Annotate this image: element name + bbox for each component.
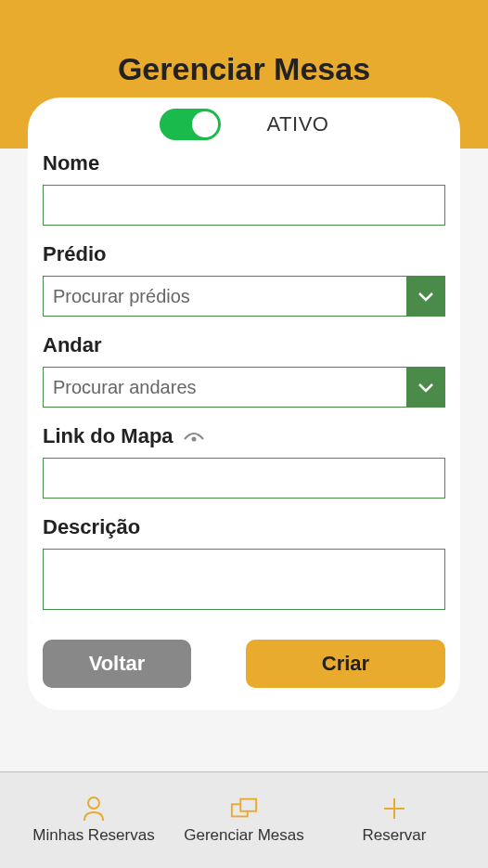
link-mapa-field: Link do Mapa	[43, 424, 445, 499]
back-button[interactable]: Voltar	[43, 640, 191, 688]
nome-label: Nome	[43, 151, 445, 175]
andar-dropdown-arrow[interactable]	[406, 367, 445, 408]
plus-icon	[380, 795, 408, 823]
predio-field: Prédio Procurar prédios	[43, 242, 445, 317]
predio-dropdown-arrow[interactable]	[406, 276, 445, 317]
andar-select[interactable]: Procurar andares	[43, 367, 445, 408]
page-title: Gerenciar Mesas	[0, 51, 488, 87]
eye-icon[interactable]	[183, 428, 205, 445]
button-row: Voltar Criar	[43, 640, 445, 688]
chevron-down-icon	[417, 381, 435, 394]
descricao-input[interactable]	[43, 549, 445, 610]
active-toggle[interactable]	[160, 109, 221, 140]
active-toggle-row: ATIVO	[43, 109, 445, 140]
predio-label: Prédio	[43, 242, 445, 266]
nav-reservar-label: Reservar	[363, 826, 427, 845]
svg-point-0	[191, 437, 196, 442]
person-icon	[80, 795, 108, 823]
predio-select[interactable]: Procurar prédios	[43, 276, 445, 317]
link-mapa-label: Link do Mapa	[43, 424, 445, 448]
form-card: ATIVO Nome Prédio Procurar prédios Andar…	[28, 97, 460, 710]
toggle-knob	[192, 111, 218, 137]
nav-gerenciar-label: Gerenciar Mesas	[184, 826, 303, 845]
nav-gerenciar-mesas[interactable]: Gerenciar Mesas	[169, 795, 319, 845]
descricao-label: Descrição	[43, 515, 445, 539]
nav-reservar[interactable]: Reservar	[319, 795, 469, 845]
svg-point-1	[88, 797, 99, 809]
create-button[interactable]: Criar	[246, 640, 445, 688]
andar-select-text: Procurar andares	[43, 367, 406, 408]
nome-field: Nome	[43, 151, 445, 226]
link-mapa-input[interactable]	[43, 458, 445, 499]
nome-input[interactable]	[43, 185, 445, 226]
link-mapa-label-text: Link do Mapa	[43, 424, 173, 448]
bottom-navigation: Minhas Reservas Gerenciar Mesas Reservar	[0, 771, 488, 868]
andar-label: Andar	[43, 333, 445, 357]
andar-field: Andar Procurar andares	[43, 333, 445, 408]
predio-select-text: Procurar prédios	[43, 276, 406, 317]
nav-minhas-reservas[interactable]: Minhas Reservas	[19, 795, 169, 845]
descricao-field: Descrição	[43, 515, 445, 614]
nav-reservas-label: Minhas Reservas	[32, 826, 154, 845]
desks-icon	[230, 795, 258, 823]
active-toggle-label: ATIVO	[267, 112, 329, 136]
chevron-down-icon	[417, 290, 435, 303]
svg-rect-3	[240, 799, 256, 811]
